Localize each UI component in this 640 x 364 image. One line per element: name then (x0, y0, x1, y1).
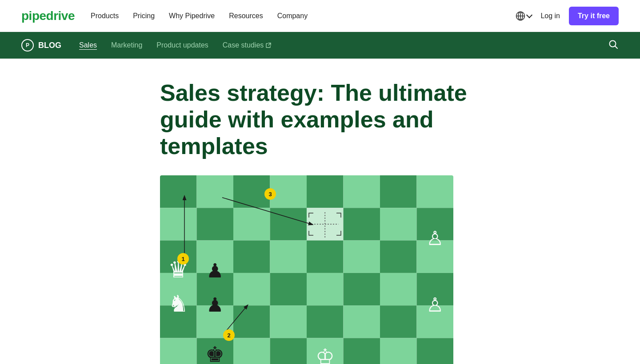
chess-board-illustration: ♛ ♞ ♟ ♟ ♚ ♙ ♙ ♔ (160, 175, 453, 364)
nav-link-why-pipedrive[interactable]: Why Pipedrive (169, 12, 215, 20)
svg-rect-42 (307, 306, 344, 338)
svg-rect-16 (233, 208, 270, 241)
svg-rect-34 (307, 273, 344, 305)
globe-icon (516, 11, 525, 21)
logo[interactable]: pipedrive (21, 9, 75, 23)
top-navigation: pipedrive Products Pricing Why Pipedrive… (0, 0, 640, 32)
article-container: Sales strategy: The ultimate guide with … (160, 80, 480, 364)
svg-rect-13 (417, 175, 454, 208)
svg-rect-40 (233, 306, 270, 338)
svg-rect-48 (233, 338, 270, 364)
svg-rect-6 (160, 175, 197, 208)
blog-brand-icon: P (21, 39, 34, 51)
svg-text:♟: ♟ (206, 294, 224, 316)
article-title: Sales strategy: The ultimate guide with … (160, 80, 480, 159)
svg-text:1: 1 (181, 256, 184, 262)
svg-rect-15 (197, 208, 234, 241)
svg-rect-27 (344, 241, 380, 273)
login-button[interactable]: Log in (540, 12, 560, 20)
svg-rect-7 (197, 175, 234, 208)
svg-rect-24 (233, 241, 270, 273)
svg-text:2: 2 (227, 332, 230, 339)
svg-text:♔: ♔ (316, 345, 335, 364)
svg-rect-32 (233, 273, 270, 305)
blog-navigation: P BLOG Sales Marketing Product updates C… (0, 32, 640, 59)
svg-rect-10 (307, 175, 344, 208)
svg-rect-26 (307, 241, 344, 273)
nav-left: pipedrive Products Pricing Why Pipedrive… (21, 9, 308, 23)
svg-rect-28 (380, 241, 417, 273)
svg-rect-12 (380, 175, 417, 208)
svg-text:3: 3 (268, 191, 272, 198)
blog-brand[interactable]: P BLOG (21, 39, 61, 51)
svg-rect-53 (417, 338, 454, 364)
svg-rect-52 (380, 338, 417, 364)
try-free-button[interactable]: Try it free (569, 7, 619, 25)
svg-rect-49 (270, 338, 307, 364)
search-button[interactable] (608, 39, 619, 51)
blog-nav-link-product-updates[interactable]: Product updates (156, 41, 208, 49)
svg-rect-19 (344, 208, 380, 241)
svg-rect-36 (380, 273, 417, 305)
blog-nav-left: P BLOG Sales Marketing Product updates C… (21, 39, 272, 51)
search-icon (608, 39, 619, 50)
svg-rect-11 (344, 175, 380, 208)
svg-rect-20 (380, 208, 417, 241)
nav-link-resources[interactable]: Resources (229, 12, 263, 20)
blog-nav-link-case-studies[interactable]: Case studies (223, 41, 272, 49)
svg-text:♙: ♙ (426, 227, 444, 249)
nav-links: Products Pricing Why Pipedrive Resources… (91, 12, 308, 20)
svg-rect-25 (270, 241, 307, 273)
svg-line-5 (615, 46, 618, 49)
language-selector[interactable] (516, 11, 532, 21)
external-link-icon (265, 42, 272, 48)
svg-text:♞: ♞ (168, 291, 189, 317)
globe-chevron-icon (526, 12, 532, 18)
blog-nav-links: Sales Marketing Product updates Case stu… (79, 41, 272, 49)
svg-rect-9 (270, 175, 307, 208)
svg-rect-46 (160, 338, 197, 364)
blog-nav-link-sales[interactable]: Sales (79, 41, 97, 49)
svg-text:♙: ♙ (426, 294, 444, 316)
svg-rect-14 (160, 208, 197, 241)
svg-rect-51 (344, 338, 380, 364)
blog-nav-link-marketing[interactable]: Marketing (111, 41, 142, 49)
svg-text:♚: ♚ (205, 343, 224, 364)
nav-link-pricing[interactable]: Pricing (133, 12, 155, 20)
nav-link-products[interactable]: Products (91, 12, 119, 20)
svg-rect-33 (270, 273, 307, 305)
svg-text:♟: ♟ (206, 260, 224, 281)
svg-rect-43 (344, 306, 380, 338)
svg-rect-17 (270, 208, 307, 241)
nav-right: Log in Try it free (516, 7, 619, 25)
nav-link-company[interactable]: Company (277, 12, 308, 20)
main-content: Sales strategy: The ultimate guide with … (0, 59, 640, 364)
svg-rect-8 (233, 175, 270, 208)
chess-svg: ♛ ♞ ♟ ♟ ♚ ♙ ♙ ♔ (160, 175, 453, 364)
svg-rect-41 (270, 306, 307, 338)
svg-rect-44 (380, 306, 417, 338)
svg-rect-35 (344, 273, 380, 305)
blog-brand-label: BLOG (38, 41, 61, 50)
